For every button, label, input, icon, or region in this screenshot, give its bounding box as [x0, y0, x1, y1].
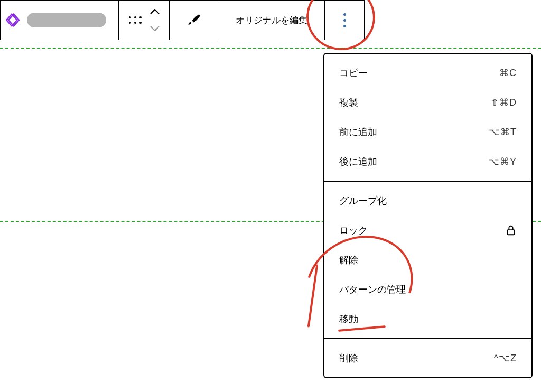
menu-label: 複製	[339, 96, 358, 109]
menu-label: 後に追加	[339, 155, 377, 168]
move-down-button[interactable]	[150, 24, 160, 33]
menu-label: 解除	[339, 254, 358, 266]
menu-item-manage-patterns[interactable]: パターンの管理	[324, 275, 531, 304]
annotation-stroke	[307, 264, 319, 327]
brush-icon	[186, 13, 201, 27]
menu-shortcut: ⇧⌘D	[491, 97, 517, 108]
edit-original-button[interactable]: オリジナルを編集	[218, 1, 325, 40]
menu-label: 前に追加	[339, 126, 377, 138]
menu-label: 移動	[339, 313, 358, 325]
block-toolbar: オリジナルを編集	[0, 0, 365, 40]
pattern-block-icon	[6, 12, 22, 28]
more-options-button[interactable]	[325, 1, 364, 40]
menu-group-2: グループ化 ロック 解除 パターンの管理 移動	[324, 182, 531, 339]
menu-shortcut: ⌥⌘T	[489, 126, 517, 138]
menu-label: 削除	[339, 352, 358, 365]
styles-button[interactable]	[170, 1, 218, 40]
menu-shortcut: ⌘C	[499, 67, 517, 79]
menu-label: パターンの管理	[339, 283, 406, 296]
menu-group-3: 削除 ^⌥Z	[324, 339, 531, 377]
menu-item-lock[interactable]: ロック	[324, 216, 531, 245]
menu-label: ロック	[339, 224, 368, 237]
menu-item-copy[interactable]: コピー ⌘C	[324, 58, 531, 88]
move-up-button[interactable]	[150, 7, 160, 16]
edit-original-label: オリジナルを編集	[236, 14, 307, 26]
menu-shortcut: ⌥⌘Y	[488, 156, 517, 167]
menu-shortcut: ^⌥Z	[494, 352, 517, 364]
menu-label: コピー	[339, 67, 368, 79]
kebab-icon	[343, 13, 346, 27]
block-type-cell[interactable]	[1, 1, 119, 40]
menu-item-group[interactable]: グループ化	[324, 186, 531, 216]
menu-item-insert-after[interactable]: 後に追加 ⌥⌘Y	[324, 147, 531, 176]
menu-item-duplicate[interactable]: 複製 ⇧⌘D	[324, 88, 531, 117]
lock-icon	[505, 225, 517, 236]
block-mover-cell	[119, 1, 170, 40]
menu-item-detach[interactable]: 解除	[324, 245, 531, 275]
drag-handle-icon[interactable]	[129, 16, 142, 24]
menu-item-insert-before[interactable]: 前に追加 ⌥⌘T	[324, 117, 531, 147]
menu-group-1: コピー ⌘C 複製 ⇧⌘D 前に追加 ⌥⌘T 後に追加 ⌥⌘Y	[324, 54, 531, 182]
block-name-placeholder	[27, 13, 106, 27]
menu-item-delete[interactable]: 削除 ^⌥Z	[324, 343, 531, 373]
svg-rect-0	[508, 230, 515, 235]
menu-label: グループ化	[339, 194, 387, 207]
